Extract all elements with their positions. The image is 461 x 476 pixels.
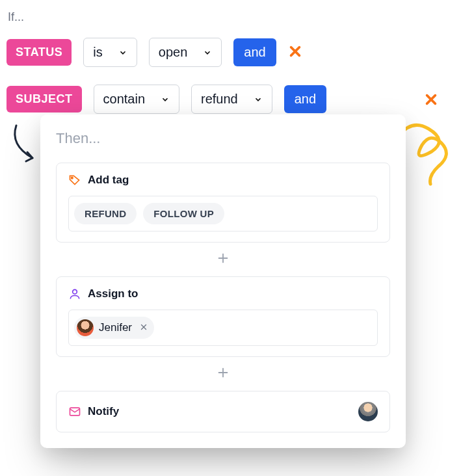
tag-chip[interactable]: FOLLOW UP [143,203,224,224]
value-select-status[interactable]: open [149,38,222,67]
tag-chip[interactable]: REFUND [74,203,137,224]
action-header-assign: Assign to [68,287,378,300]
avatar[interactable] [358,402,378,421]
action-assign: Assign to Jenifer [56,276,390,357]
svg-point-4 [72,177,73,179]
field-chip-subject: SUBJECT [7,86,82,112]
action-header-add-tag: Add tag [68,174,378,187]
condition-row-status: STATUS is open and [7,38,302,67]
operator-value: is [93,45,102,60]
chevron-down-icon [161,95,170,104]
action-add-tag: Add tag REFUND FOLLOW UP [56,163,390,243]
assignee-chip[interactable]: Jenifer [74,317,154,339]
value-text: open [159,45,188,60]
operator-value: contain [103,92,146,107]
user-icon [68,287,81,300]
close-icon[interactable] [288,44,302,61]
assignee-input[interactable]: Jenifer [68,310,378,346]
then-panel: Then... Add tag REFUND FOLLOW UP Assign … [40,114,406,448]
connector-and[interactable]: and [284,85,326,113]
value-select-subject[interactable]: refund [191,85,272,114]
operator-select-status[interactable]: is [83,38,137,67]
arrow-decoration [7,122,42,168]
value-text: refund [201,92,238,107]
connector-and[interactable]: and [233,38,276,66]
chevron-down-icon [254,95,263,104]
add-action-button[interactable] [56,243,390,276]
if-label: If... [8,10,24,24]
condition-row-subject: SUBJECT contain refund and [7,85,326,114]
tag-icon [68,174,81,187]
action-title: Add tag [88,174,129,187]
operator-select-subject[interactable]: contain [94,85,180,114]
chevron-down-icon [203,48,212,57]
assignee-name: Jenifer [99,321,132,334]
close-icon[interactable] [140,323,148,333]
chevron-down-icon [118,48,127,57]
add-action-button[interactable] [56,357,390,391]
close-icon[interactable] [424,92,438,109]
action-title: Notify [88,405,119,418]
action-notify: Notify [56,391,390,432]
field-chip-status: STATUS [7,39,72,66]
mail-icon [68,405,81,418]
tag-input[interactable]: REFUND FOLLOW UP [68,196,378,231]
action-title: Assign to [88,287,138,300]
then-label: Then... [56,130,390,147]
avatar [77,319,94,336]
svg-point-7 [73,289,77,294]
action-header-notify: Notify [68,405,119,418]
